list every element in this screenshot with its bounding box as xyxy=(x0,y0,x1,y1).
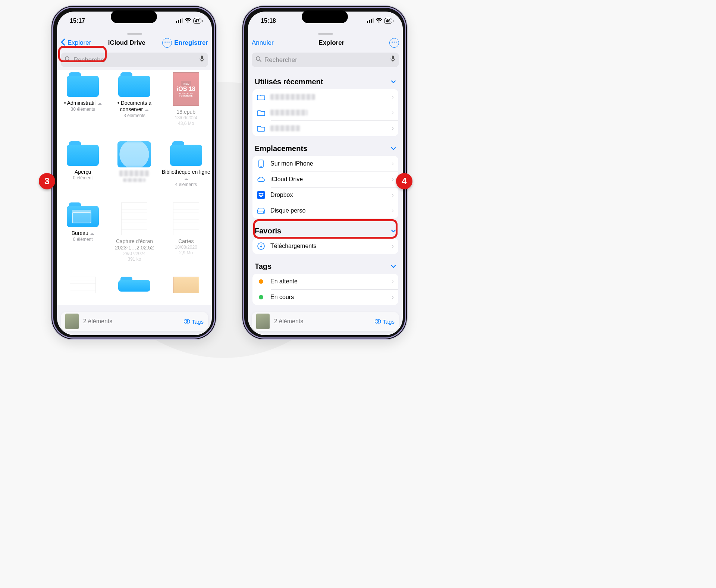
cloud-icon xyxy=(257,176,265,182)
file-grid: • Administratif ☁︎ 30 éléments • Documen… xyxy=(57,70,212,305)
folder-item[interactable]: Bibliothèque en ligne ☁︎ 4 éléments xyxy=(162,141,210,193)
collapse-toggle[interactable] xyxy=(391,79,396,85)
bottom-toolbar: 2 éléments Tags xyxy=(61,312,208,331)
cloud-icon: ☁︎ xyxy=(90,231,94,236)
signal-icon xyxy=(367,18,374,24)
file-item xyxy=(59,277,107,301)
recent-item[interactable]: › xyxy=(252,89,398,105)
svg-rect-16 xyxy=(392,56,394,59)
recent-item[interactable]: › xyxy=(252,105,398,120)
svg-rect-3 xyxy=(182,18,183,23)
dynamic-island xyxy=(111,10,157,23)
collapse-toggle[interactable] xyxy=(391,146,396,152)
location-drive[interactable]: Disque perso› xyxy=(252,203,398,218)
selection-thumbnail[interactable] xyxy=(256,314,270,329)
svg-rect-13 xyxy=(373,18,374,23)
section-recent: Utilisés récemment › › xyxy=(248,70,403,137)
cloud-icon: ☁︎ xyxy=(144,107,149,112)
svg-rect-10 xyxy=(367,21,368,23)
svg-rect-12 xyxy=(371,19,372,23)
status-time: 15:17 xyxy=(70,18,85,24)
svg-rect-2 xyxy=(180,19,181,23)
highlight-drive xyxy=(253,219,398,239)
folder-outline-icon xyxy=(257,94,265,100)
svg-point-24 xyxy=(377,320,381,323)
svg-point-9 xyxy=(186,320,190,323)
folder-item[interactable]: • Administratif ☁︎ 30 éléments xyxy=(59,72,107,132)
file-item xyxy=(162,277,210,301)
folder-item[interactable] xyxy=(110,277,158,301)
selection-count: 2 éléments xyxy=(83,318,179,325)
location-iphone[interactable]: Sur mon iPhone› xyxy=(252,156,398,172)
nav-bar: Annuler Explorer ⋯ xyxy=(248,35,403,51)
download-icon xyxy=(257,242,265,250)
tag-item[interactable]: En cours› xyxy=(252,289,398,305)
folder-outline-icon xyxy=(257,110,265,116)
callout-4: 4 xyxy=(396,173,412,189)
svg-rect-1 xyxy=(178,20,179,23)
favoris-downloads[interactable]: Téléchargements› xyxy=(252,238,398,254)
dropbox-icon xyxy=(257,191,265,199)
search-field[interactable]: Rechercher xyxy=(252,53,399,67)
file-item: Cartes 18/08/2020 2,9 Mo xyxy=(162,202,210,267)
save-button[interactable]: Enregistrer xyxy=(174,39,208,47)
wifi-icon xyxy=(185,18,191,24)
svg-rect-6 xyxy=(201,56,203,59)
mic-icon[interactable] xyxy=(200,56,204,64)
selection-thumbnail[interactable] xyxy=(65,314,79,329)
sheet-handle[interactable] xyxy=(57,30,212,35)
collapse-toggle[interactable] xyxy=(391,264,396,270)
svg-rect-11 xyxy=(369,20,370,23)
folder-item[interactable]: Aperçu 0 élément xyxy=(59,141,107,193)
search-icon xyxy=(255,56,261,64)
bottom-toolbar: 2 éléments Tags xyxy=(252,312,399,331)
phone-right: 15:18 46 Annuler Explorer ⋯ xyxy=(242,5,408,340)
recent-item[interactable]: › xyxy=(252,120,398,136)
tag-dot-icon xyxy=(259,295,263,299)
nav-title: iCloud Drive xyxy=(108,39,145,47)
file-item: Capture d'écran 2023-1…2.02.52 28/07/202… xyxy=(110,202,158,267)
battery-icon: 46 xyxy=(384,18,392,24)
svg-point-21 xyxy=(263,212,264,213)
more-button[interactable]: ⋯ xyxy=(389,38,399,48)
location-dropbox[interactable]: Dropbox› xyxy=(252,187,398,203)
highlight-back xyxy=(58,46,107,62)
battery-icon: 47 xyxy=(193,18,201,24)
external-drive-icon xyxy=(257,207,265,214)
search-placeholder: Rechercher xyxy=(264,56,387,64)
back-button[interactable]: Explorer xyxy=(67,39,91,47)
callout-3: 3 xyxy=(39,173,55,189)
folder-outline-icon xyxy=(257,125,265,132)
nav-title: Explorer xyxy=(318,39,344,47)
svg-rect-0 xyxy=(176,21,177,23)
folder-item-blurred[interactable] xyxy=(110,141,158,193)
iphone-icon xyxy=(257,160,265,168)
sheet-handle[interactable] xyxy=(248,30,403,35)
phone-left: 15:17 47 Explorer xyxy=(51,5,217,340)
status-time: 15:18 xyxy=(261,18,276,24)
file-item: maciOS 18NOUVELLES FONCTIONS 18.epub 13/… xyxy=(162,72,210,132)
folder-item[interactable]: • Documents à conserver ☁︎ 3 éléments xyxy=(110,72,158,132)
cancel-button[interactable]: Annuler xyxy=(252,39,274,47)
svg-line-15 xyxy=(260,60,261,62)
tags-button[interactable]: Tags xyxy=(375,318,395,325)
section-title: Utilisés récemment xyxy=(255,78,323,86)
tag-item[interactable]: En attente› xyxy=(252,274,398,289)
more-button[interactable]: ⋯ xyxy=(162,38,172,48)
section-title: Emplacements xyxy=(255,144,307,153)
mic-icon[interactable] xyxy=(390,56,395,64)
dynamic-island xyxy=(302,10,348,23)
signal-icon xyxy=(176,18,183,24)
section-locations: Emplacements Sur mon iPhone› iCloud Driv… xyxy=(248,137,403,219)
svg-point-19 xyxy=(261,166,261,167)
folder-item[interactable]: Bureau ☁︎ 0 élément xyxy=(59,202,107,267)
cloud-icon: ☁︎ xyxy=(184,176,188,181)
selection-count: 2 éléments xyxy=(274,318,370,325)
cloud-icon: ☁︎ xyxy=(97,101,102,106)
tags-button[interactable]: Tags xyxy=(184,318,204,325)
location-icloud[interactable]: iCloud Drive› xyxy=(252,172,398,187)
section-title: Tags xyxy=(255,262,271,271)
wifi-icon xyxy=(376,18,382,24)
tag-dot-icon xyxy=(259,279,263,284)
